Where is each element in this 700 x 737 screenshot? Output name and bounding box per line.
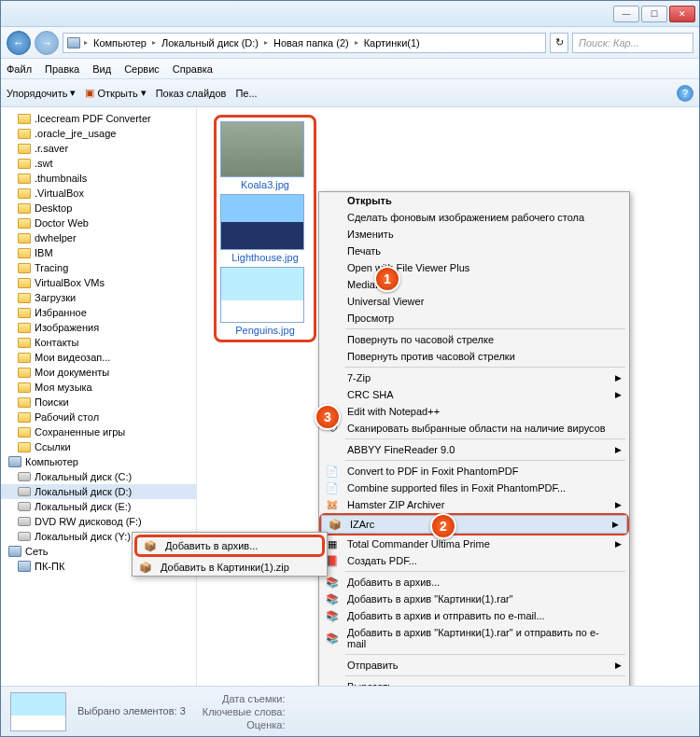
tree-item[interactable]: .swt: [1, 156, 196, 171]
menu-item[interactable]: 📚Добавить в архив "Картинки(1).rar" и от…: [319, 624, 629, 652]
menu-item[interactable]: MediaInfo: [319, 276, 629, 293]
tree-item-label: Моя музыка: [35, 382, 92, 393]
menu-item-icon: 📚: [325, 575, 340, 590]
tree-item[interactable]: Tracing: [1, 260, 196, 275]
forward-button[interactable]: →: [35, 31, 59, 55]
breadcrumb-segment[interactable]: Компьютер: [91, 37, 148, 49]
tree-item[interactable]: .r.saver: [1, 141, 196, 156]
tree-item[interactable]: Компьютер: [1, 454, 196, 469]
explorer-window: — ☐ ✕ ← → ▸ Компьютер ▸ Локальный диск (…: [0, 0, 700, 737]
menu-separator: [345, 367, 625, 368]
tree-item[interactable]: Локальный диск (E:): [1, 499, 196, 514]
menu-item[interactable]: Изменить: [319, 226, 629, 243]
breadcrumb[interactable]: ▸ Компьютер ▸ Локальный диск (D:) ▸ Нова…: [63, 33, 546, 53]
tree-item[interactable]: Контакты: [1, 335, 196, 350]
menu-item[interactable]: ✎Edit with Notepad++: [319, 403, 629, 420]
search-input[interactable]: Поиск: Кар...: [572, 33, 693, 53]
menu-item[interactable]: Вырезать: [319, 678, 629, 686]
tree-item[interactable]: .VirtualBox: [1, 186, 196, 201]
tree-item[interactable]: Моя музыка: [1, 380, 196, 395]
menu-item-label: Hamster ZIP Archiver: [347, 499, 444, 510]
close-button[interactable]: ✕: [669, 6, 695, 22]
tree-item[interactable]: Мои видеозап...: [1, 350, 196, 365]
breadcrumb-segment[interactable]: Картинки(1): [362, 37, 422, 49]
menu-item[interactable]: CRC SHA▶: [319, 386, 629, 403]
menu-item[interactable]: 🛡Сканировать выбранные области на наличи…: [319, 420, 629, 437]
tree-item[interactable]: Desktop: [1, 201, 196, 216]
menu-help[interactable]: Справка: [173, 63, 213, 75]
menu-file[interactable]: Файл: [7, 63, 32, 75]
tree-item[interactable]: Избранное: [1, 305, 196, 320]
menu-item-label: Повернуть против часовой стрелки: [347, 351, 515, 362]
tree-item-label: .thumbnails: [35, 173, 87, 184]
refresh-button[interactable]: ↻: [550, 33, 568, 53]
menu-item[interactable]: 📚Добавить в архив "Картинки(1).rar": [319, 591, 629, 607]
menu-item[interactable]: 📦IZArc▶: [321, 515, 627, 534]
izarc-submenu[interactable]: 📦Добавить в архив...📦Добавить в Картинки…: [132, 532, 328, 577]
menu-item[interactable]: Universal Viewer: [319, 293, 629, 310]
tree-item[interactable]: Сохраненные игры: [1, 424, 196, 439]
tree-item[interactable]: Изображения: [1, 320, 196, 335]
context-menu[interactable]: ОткрытьСделать фоновым изображением рабо…: [318, 191, 630, 686]
submenu-item[interactable]: 📦Добавить в Картинки(1).zip: [133, 559, 327, 576]
menu-item[interactable]: 📕Создать PDF...: [319, 552, 629, 569]
tree-item[interactable]: dwhelper: [1, 230, 196, 245]
menu-item[interactable]: Отправить▶: [319, 657, 629, 674]
tree-item[interactable]: DVD RW дисковод (F:): [1, 514, 196, 529]
menu-item-label: Open with File Viewer Plus: [347, 262, 469, 273]
menu-item[interactable]: 7-Zip▶: [319, 369, 629, 386]
menu-item[interactable]: 📚Добавить в архив и отправить по e-mail.…: [319, 607, 629, 624]
tree-item[interactable]: Поиски: [1, 395, 196, 410]
submenu-item[interactable]: 📦Добавить в архив...: [137, 537, 322, 554]
menu-item[interactable]: Повернуть по часовой стрелке: [319, 331, 629, 348]
tree-item[interactable]: Локальный диск (D:): [1, 484, 196, 499]
tree-item[interactable]: .oracle_jre_usage: [1, 126, 196, 141]
tree-item[interactable]: .thumbnails: [1, 171, 196, 186]
menu-item[interactable]: Просмотр: [319, 310, 629, 327]
menu-tools[interactable]: Сервис: [124, 63, 160, 75]
menu-item[interactable]: Open with File Viewer Plus: [319, 259, 629, 276]
menu-item[interactable]: ABBYY FineReader 9.0▶: [319, 441, 629, 458]
tree-item[interactable]: Загрузки: [1, 290, 196, 305]
file-thumbnail[interactable]: Penguins.jpg: [220, 267, 310, 336]
chevron-right-icon: ▶: [615, 539, 622, 549]
menu-item[interactable]: 📚Добавить в архив...: [319, 574, 629, 591]
chevron-right-icon: ▶: [615, 390, 622, 399]
tree-item-label: Tracing: [35, 262, 68, 273]
tree-item[interactable]: IBM: [1, 245, 196, 260]
menu-item[interactable]: 🐹Hamster ZIP Archiver▶: [319, 496, 629, 513]
tree-item[interactable]: Мои документы: [1, 365, 196, 380]
slideshow-button[interactable]: Показ слайдов: [156, 88, 227, 99]
menu-item[interactable]: 📄Combine supported files in Foxit Phanto…: [319, 480, 629, 496]
menu-item[interactable]: Сделать фоновым изображением рабочего ст…: [319, 209, 629, 226]
maximize-button[interactable]: ☐: [641, 6, 667, 22]
menu-view[interactable]: Вид: [92, 63, 111, 75]
tree-item[interactable]: Ссылки: [1, 439, 196, 454]
back-button[interactable]: ←: [7, 31, 31, 55]
tree-item[interactable]: VirtualBox VMs: [1, 275, 196, 290]
tree-item-label: Избранное: [35, 307, 87, 318]
menu-edit[interactable]: Правка: [45, 63, 79, 75]
folder-tree[interactable]: .Icecream PDF Converter.oracle_jre_usage…: [1, 107, 197, 686]
help-icon[interactable]: ?: [677, 85, 693, 102]
open-button[interactable]: ▣ Открыть ▾: [85, 87, 146, 99]
tree-item[interactable]: Doctor Web: [1, 216, 196, 230]
drive-icon: [18, 517, 31, 526]
menu-item[interactable]: Печать: [319, 243, 629, 259]
tree-item[interactable]: .Icecream PDF Converter: [1, 111, 196, 126]
titlebar: — ☐ ✕: [1, 1, 699, 27]
minimize-button[interactable]: —: [613, 6, 639, 22]
breadcrumb-segment[interactable]: Новая папка (2): [272, 37, 351, 49]
menu-item[interactable]: 📄Convert to PDF in Foxit PhantomPDF: [319, 463, 629, 480]
organize-button[interactable]: Упорядочить ▾: [7, 87, 76, 99]
tree-item[interactable]: Рабочий стол: [1, 410, 196, 424]
file-thumbnail[interactable]: Lighthouse.jpg: [220, 194, 310, 263]
folder-icon: [18, 233, 31, 243]
file-thumbnail[interactable]: Koala3.jpg: [220, 121, 310, 190]
breadcrumb-segment[interactable]: Локальный диск (D:): [160, 37, 260, 49]
tree-item[interactable]: Локальный диск (C:): [1, 469, 196, 484]
menu-item[interactable]: Повернуть против часовой стрелки: [319, 348, 629, 365]
menu-item[interactable]: ▦Total Commander Ultima Prime▶: [319, 535, 629, 552]
menu-item[interactable]: Открыть: [319, 192, 629, 209]
print-button[interactable]: Пе...: [235, 88, 257, 99]
